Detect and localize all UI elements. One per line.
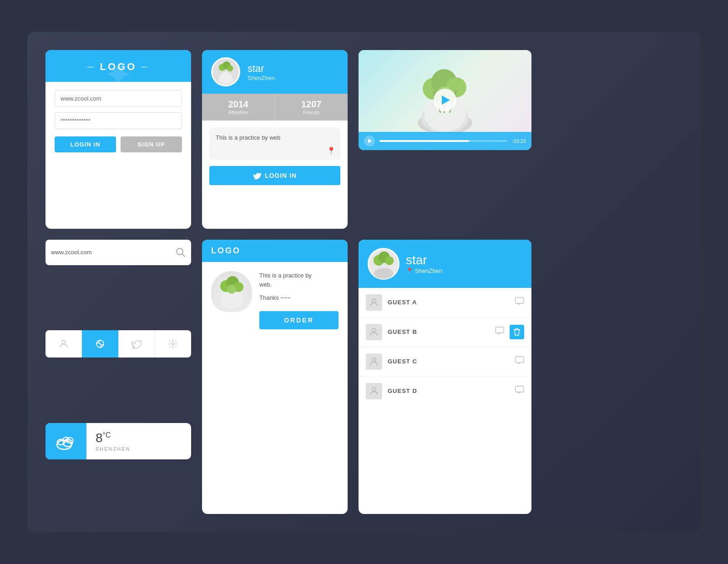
video-play-button[interactable]: [434, 89, 456, 111]
cloud-icon: [54, 432, 78, 450]
order-button[interactable]: ORDER: [259, 311, 339, 329]
list-item: GUEST A: [359, 288, 531, 317]
guest-name: GUEST A: [388, 299, 510, 306]
login-card-body: LOGIN IN SIGN UP: [46, 82, 191, 161]
list-item: GUEST C: [359, 347, 531, 377]
message-icon[interactable]: [515, 297, 524, 307]
weather-city: SHENZHEN: [96, 446, 131, 452]
stat-attention: 2014 Attention: [202, 94, 275, 121]
delete-button[interactable]: [510, 325, 524, 339]
message-icon[interactable]: [515, 386, 524, 396]
progress-fill: [379, 140, 469, 142]
username-input[interactable]: [55, 90, 182, 107]
guest-name: GUEST B: [388, 328, 490, 335]
guest-avatar: [366, 383, 382, 399]
attention-label: Attention: [206, 110, 271, 115]
weather-unit: °C: [103, 431, 111, 439]
profile-bio: This is a practice by web 📍: [209, 128, 340, 160]
login-button[interactable]: LOGIN IN: [55, 136, 116, 152]
logo-card-header: LOGO: [202, 240, 348, 262]
weather-card: 8°C SHENZHEN: [46, 423, 191, 459]
logo-line-right: —: [141, 63, 149, 70]
user-list-location: 📍 ShenZhen: [406, 267, 442, 274]
svg-rect-45: [516, 386, 524, 392]
guest-avatar: [366, 353, 382, 370]
profile-card-header: star ShenZhen: [202, 50, 348, 94]
video-player: -10:23: [359, 50, 531, 150]
login-card: — LOGO — ✦ LOGIN IN SIGN UP: [46, 50, 191, 229]
attention-count: 2014: [206, 99, 271, 110]
guest-name: GUEST C: [388, 358, 510, 365]
plant-avatar: [212, 58, 239, 86]
profile-stats: 2014 Attention 1207 Friends: [202, 94, 348, 121]
search-icon: [176, 247, 186, 257]
user-list-card: star 📍 ShenZhen GUEST AGUEST BGUEST CGUE…: [359, 240, 531, 514]
location-pin-icon: 📍: [327, 146, 336, 155]
profile-location: ShenZhen: [248, 75, 275, 81]
logo-line-left: —: [87, 63, 96, 70]
friends-label: Friends: [279, 110, 344, 115]
svg-point-44: [372, 388, 376, 391]
search-card: [46, 240, 191, 265]
svg-point-34: [374, 268, 394, 278]
friends-count: 1207: [279, 99, 344, 110]
social-dribbble-icon[interactable]: [82, 330, 118, 358]
thanks-text: Thanks ~~~: [259, 293, 339, 303]
login-card-header: — LOGO — ✦: [46, 50, 191, 82]
password-input[interactable]: [55, 112, 182, 129]
social-icons-bar: [46, 330, 191, 358]
bio-text: This is a practice by web: [216, 134, 280, 141]
search-button[interactable]: [176, 247, 186, 257]
guest-list: GUEST AGUEST BGUEST CGUEST D: [359, 288, 531, 406]
svg-point-22: [227, 285, 236, 294]
play-triangle-icon: [442, 96, 450, 105]
guest-name: GUEST D: [388, 388, 510, 394]
user-list-avatar: [368, 248, 399, 280]
guest-avatar: [366, 324, 382, 340]
svg-rect-43: [516, 357, 524, 363]
svg-point-4: [172, 342, 174, 345]
main-container: — LOGO — ✦ LOGIN IN SIGN UP: [27, 32, 701, 532]
message-icon[interactable]: [495, 327, 504, 337]
social-twitter-icon[interactable]: [119, 330, 155, 358]
message-icon[interactable]: [515, 356, 524, 367]
weather-info: 8°C SHENZHEN: [86, 425, 140, 457]
vc-play-button[interactable]: [364, 136, 375, 146]
svg-point-12: [220, 72, 231, 82]
search-input[interactable]: [51, 249, 172, 256]
svg-rect-41: [495, 327, 504, 333]
user-list-header: star 📍 ShenZhen: [359, 240, 531, 288]
social-settings-icon[interactable]: [155, 330, 191, 358]
logo-card-title: LOGO: [211, 246, 339, 256]
list-item: GUEST B: [359, 317, 531, 347]
svg-point-2: [62, 340, 66, 344]
weather-temperature: 8°C: [96, 431, 131, 445]
svg-point-15: [227, 65, 233, 72]
profile-card: star ShenZhen 2014 Attention 1207 Friend…: [202, 50, 348, 229]
svg-rect-39: [516, 297, 524, 303]
signup-button[interactable]: SIGN UP: [121, 136, 182, 152]
video-time: -10:23: [512, 138, 526, 144]
vc-play-icon: [368, 139, 372, 143]
list-item: GUEST D: [359, 377, 531, 406]
svg-line-1: [182, 254, 185, 257]
profile-body: This is a practice by web 📍 LOGIN IN: [202, 121, 348, 192]
location-icon: 📍: [406, 267, 413, 274]
avatar: [211, 57, 240, 86]
social-user-icon[interactable]: [46, 330, 82, 358]
twitter-icon: [253, 171, 261, 180]
logo-label: LOGO: [100, 61, 137, 73]
user-list-name: star: [406, 253, 442, 267]
profile-info: star ShenZhen: [248, 63, 275, 81]
plant-svg: [213, 273, 250, 310]
twitter-login-button[interactable]: LOGIN IN: [209, 166, 340, 185]
logo-text: — LOGO —: [55, 61, 182, 73]
svg-point-42: [372, 358, 376, 362]
stat-friends: 1207 Friends: [275, 94, 348, 121]
guest-avatar: [366, 294, 382, 311]
twitter-login-label: LOGIN IN: [265, 172, 297, 179]
svg-point-38: [372, 299, 376, 302]
progress-bar[interactable]: [379, 140, 507, 142]
description-line1: This is a practice by web.: [259, 271, 339, 290]
plant-image: [211, 271, 252, 312]
